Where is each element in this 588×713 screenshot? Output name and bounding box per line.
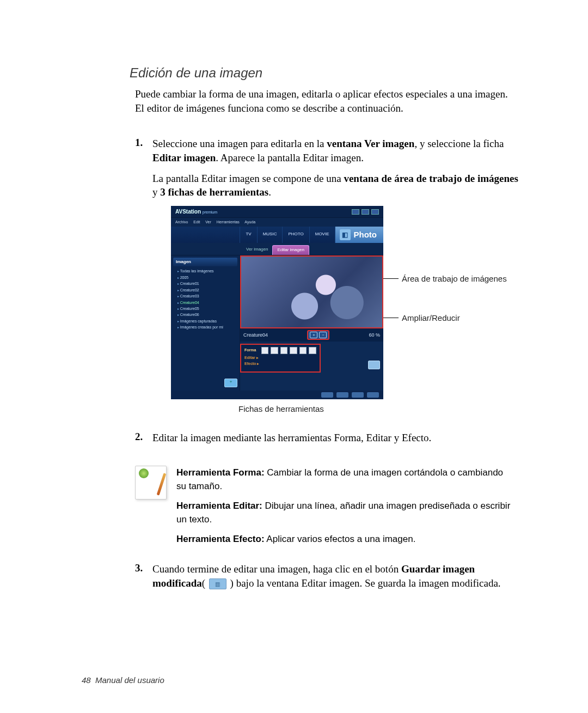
step-number: 1. xyxy=(135,137,152,415)
active-section-label: Photo xyxy=(354,229,377,240)
bold: Editar imagen xyxy=(152,152,216,163)
sidebar-item[interactable]: Creature06 xyxy=(176,312,237,318)
zoom-out-icon[interactable]: － xyxy=(319,332,327,338)
sidebar-item[interactable]: 2005 xyxy=(176,275,237,281)
subtab-view-image[interactable]: Ver imagen xyxy=(242,245,272,255)
app-title: AVStation xyxy=(175,209,201,215)
text: Cuando termine de editar una imagen, hag… xyxy=(152,563,401,575)
tool-button[interactable] xyxy=(280,347,288,354)
app-subtitle: premium xyxy=(203,210,217,214)
callout-zoom: Ampliar/Reducir xyxy=(402,313,460,324)
sidebar-item[interactable]: Imágenes capturadas xyxy=(176,318,237,324)
image-canvas[interactable] xyxy=(240,255,383,328)
menu-item[interactable]: Archivo xyxy=(175,220,188,224)
minimize-icon[interactable] xyxy=(352,209,359,215)
window-titlebar: AVStation premium xyxy=(171,206,383,218)
tool-label-efecto[interactable]: Efecto ▸ xyxy=(244,361,260,366)
text: . Aparece la pantalla Editar imagen. xyxy=(216,152,364,163)
step-number: 3. xyxy=(135,562,152,596)
intro-paragraph: Puede cambiar la forma de una imagen, ed… xyxy=(135,87,512,115)
status-chip xyxy=(336,392,348,398)
subtab-edit-image[interactable]: Editar imagen xyxy=(272,245,309,255)
tool-editar-label: Herramienta Editar: xyxy=(176,501,262,511)
zoom-controls: ＋ － xyxy=(307,330,329,340)
tool-button[interactable] xyxy=(309,347,316,354)
bold: ventana Ver imagen xyxy=(327,138,414,149)
note-icon xyxy=(135,466,167,499)
tab-music[interactable]: MUSIC xyxy=(257,227,283,243)
page-number: 48 xyxy=(82,675,91,685)
text: . xyxy=(268,186,271,198)
figure: AVStation premium Archivo Edit xyxy=(171,206,525,399)
sidebar-item[interactable]: Creature01 xyxy=(176,281,237,287)
maximize-icon[interactable] xyxy=(362,209,369,215)
tool-button[interactable] xyxy=(271,347,278,354)
menu-item[interactable]: Herramientas xyxy=(217,220,240,224)
tool-button[interactable] xyxy=(261,347,269,354)
main-tab-bar: TV MUSIC PHOTO MOVIE ◧ Photo xyxy=(171,227,383,243)
close-icon[interactable] xyxy=(371,209,379,215)
photo-icon: ◧ xyxy=(340,229,351,240)
add-button[interactable]: ＋ xyxy=(224,379,237,387)
sidebar-item[interactable]: Creature03 xyxy=(176,293,237,299)
tab-photo[interactable]: PHOTO xyxy=(282,227,309,243)
menu-item[interactable]: Ayuda xyxy=(244,220,255,224)
note-box: Herramienta Forma: Cambiar la forma de u… xyxy=(135,466,512,552)
sidebar-item[interactable]: Imágenes creadas por mí xyxy=(176,324,237,330)
status-chip xyxy=(352,392,364,398)
step-text: Editar la imagen mediante las herramient… xyxy=(152,431,512,445)
status-chip xyxy=(367,392,379,398)
text: Seleccione una imagen para editarla en l… xyxy=(152,138,327,149)
tool-button[interactable] xyxy=(299,347,307,354)
sidebar-item[interactable]: Creature05 xyxy=(176,306,237,312)
app-logo: AVStation premium xyxy=(175,208,217,216)
footer-label: Manual del usuario xyxy=(95,675,164,685)
text: ( xyxy=(202,577,208,589)
step-2: 2. Editar la imagen mediante las herrami… xyxy=(135,431,512,452)
text: , y seleccione la ficha xyxy=(414,138,504,149)
app-window: AVStation premium Archivo Edit xyxy=(171,206,383,399)
active-section-tab[interactable]: ◧ Photo xyxy=(335,227,384,243)
work-area: Creature04 ＋ － 60 % xyxy=(240,255,383,391)
page-footer: 48 Manual del usuario xyxy=(82,675,164,685)
callout-workarea: Área de trabajo de imágenes xyxy=(402,273,507,284)
tool-label-editar[interactable]: Editar ▸ xyxy=(244,355,260,360)
caption-tool-tabs: Fichas de herramientas xyxy=(238,404,525,415)
tool-label-forma[interactable]: Forma xyxy=(244,348,259,352)
tool-button[interactable] xyxy=(290,347,297,354)
save-edited-image-button[interactable] xyxy=(368,361,380,369)
section-title: Edición de una imagen xyxy=(130,65,512,81)
sidebar-item-selected[interactable]: Creature04 xyxy=(176,300,237,306)
sub-tab-bar: Ver imagen Editar imagen xyxy=(171,243,383,255)
menu-bar: Archivo Edit Ver Herramientas Ayuda xyxy=(171,218,383,226)
tab-tv[interactable]: TV xyxy=(240,227,256,243)
zoom-level: 60 % xyxy=(369,332,380,338)
text: La pantalla Editar imagen se compone de … xyxy=(152,173,344,184)
bold: ventana de área de trabajo de imágenes xyxy=(344,173,518,184)
status-bar xyxy=(171,391,383,399)
tab-movie[interactable]: MOVIE xyxy=(309,227,335,243)
text: y xyxy=(152,186,160,198)
step-number: 2. xyxy=(135,431,152,452)
sidebar-header: Imagen xyxy=(173,258,237,267)
save-image-icon: ▥ xyxy=(209,578,226,589)
bold: 3 fichas de herramientas xyxy=(160,186,268,198)
zoom-in-icon[interactable]: ＋ xyxy=(310,332,317,338)
sidebar-item[interactable]: Todas las imágenes xyxy=(176,268,237,274)
current-file-name: Creature04 xyxy=(243,332,268,338)
sidebar: Imagen Todas las imágenes 2005 Creature0… xyxy=(171,255,240,391)
tool-panel: Forma Editar ▸ xyxy=(240,344,321,373)
status-chip xyxy=(321,392,333,398)
tool-efecto-label: Herramienta Efecto: xyxy=(176,534,265,544)
menu-item[interactable]: Edit xyxy=(193,220,200,224)
sidebar-item[interactable]: Creature02 xyxy=(176,287,237,293)
text: ) bajo la ventana Editar imagen. Se guar… xyxy=(228,577,501,589)
menu-item[interactable]: Ver xyxy=(205,220,211,224)
tool-efecto-text: Aplicar varios efectos a una imagen. xyxy=(265,534,416,544)
step-1: 1. Seleccione una imagen para editarla e… xyxy=(135,137,512,415)
step-3: 3. Cuando termine de editar una imagen, … xyxy=(135,562,512,596)
tool-forma-label: Herramienta Forma: xyxy=(176,467,265,478)
